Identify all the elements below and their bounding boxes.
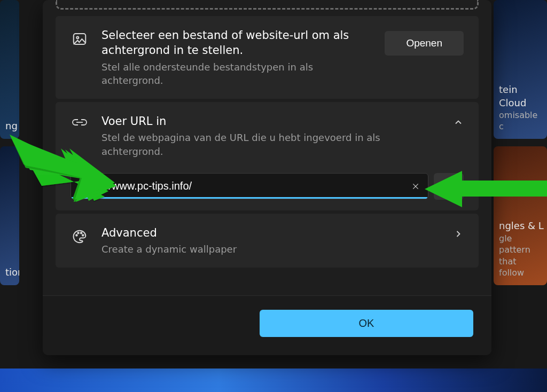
- tile-sublabel: gle pattern: [499, 233, 544, 256]
- select-file-heading: Selecteer een bestand of website-url om …: [101, 28, 372, 58]
- svg-marker-15: [11, 137, 115, 200]
- wallpaper-tile: ng•: [0, 0, 19, 139]
- ok-button[interactable]: OK: [260, 310, 473, 337]
- enter-url-description: Stel de webpagina van de URL die u hebt …: [101, 131, 440, 158]
- wallpaper-tile: ngles & L gle pattern that follow: [494, 146, 547, 285]
- chevron-up-icon: [453, 117, 464, 128]
- link-icon: [71, 117, 88, 128]
- tile-sublabel: that follow: [499, 256, 544, 279]
- clear-input-button[interactable]: [407, 178, 424, 195]
- chevron-right-icon: [453, 229, 464, 239]
- tile-label: ngles & L: [499, 220, 544, 231]
- advanced-heading: Advanced: [101, 225, 440, 240]
- svg-point-7: [77, 232, 79, 234]
- image-icon: [72, 31, 88, 47]
- tile-sublabel: omisable c: [499, 109, 544, 132]
- advanced-section[interactable]: Advanced Create a dynamic wallpaper: [56, 214, 479, 268]
- svg-point-9: [82, 234, 84, 236]
- palette-icon: [72, 229, 88, 245]
- open-button[interactable]: Openen: [385, 31, 464, 56]
- dialog-footer: OK: [43, 295, 491, 355]
- url-field-wrapper: [71, 173, 428, 199]
- annotation-arrow-left: [11, 137, 120, 201]
- enter-url-heading: Voer URL in: [101, 114, 440, 129]
- close-icon: [411, 182, 420, 191]
- svg-marker-16: [425, 171, 547, 207]
- select-file-description: Stel alle ondersteunde bestandstypen in …: [101, 60, 372, 87]
- advanced-description: Create a dynamic wallpaper: [101, 242, 440, 256]
- tile-label: tion: [5, 266, 19, 278]
- annotation-arrow-right: [425, 171, 547, 208]
- windows-taskbar[interactable]: [0, 369, 547, 392]
- svg-point-8: [81, 232, 82, 234]
- wallpaper-tile: tein Cloud omisable c: [494, 0, 547, 139]
- tile-label: ng: [5, 120, 18, 131]
- svg-point-1: [76, 37, 79, 39]
- dropzone-area[interactable]: [56, 0, 479, 10]
- select-file-section: Selecteer een bestand of website-url om …: [56, 16, 479, 99]
- svg-point-6: [76, 234, 77, 236]
- url-input[interactable]: [71, 173, 428, 199]
- input-focus-underline: [72, 197, 427, 199]
- tile-label: tein Cloud: [499, 84, 526, 108]
